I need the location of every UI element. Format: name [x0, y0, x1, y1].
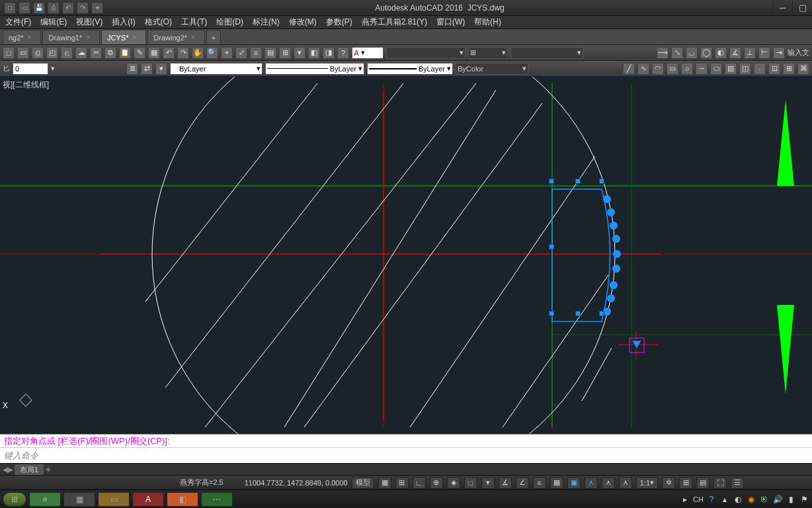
- close-icon[interactable]: ×: [191, 34, 195, 41]
- textstyle-dropdown[interactable]: A▾: [352, 47, 384, 59]
- drawing-canvas[interactable]: 视][二维线框]: [0, 77, 812, 434]
- task-calculator[interactable]: ▦: [63, 492, 95, 507]
- draw-region-icon[interactable]: ◫: [739, 63, 751, 75]
- task-ie[interactable]: e: [29, 492, 61, 507]
- scale-dropdown-icon[interactable]: ▾: [51, 64, 55, 73]
- block-icon[interactable]: ▦: [148, 47, 160, 59]
- osnap-icon[interactable]: □: [464, 477, 477, 489]
- osnap-dd-icon[interactable]: ▾: [481, 477, 495, 489]
- coordinates[interactable]: 11004.7732, 1472.8849, 0.0000: [245, 479, 348, 487]
- draw-rect-icon[interactable]: ▭: [667, 63, 678, 75]
- menu-dim[interactable]: 标注(N): [253, 17, 280, 28]
- draw-10-icon[interactable]: ⊞: [783, 63, 795, 75]
- tray-up-icon[interactable]: ▴: [719, 494, 730, 505]
- qat-undo-icon[interactable]: ↶: [62, 2, 74, 14]
- grip-handle[interactable]: [599, 179, 604, 184]
- sheet-icon[interactable]: ▤: [264, 47, 276, 59]
- qat-print-icon[interactable]: ⎙: [48, 2, 60, 14]
- menu-help[interactable]: 帮助(H): [474, 17, 501, 28]
- menu-modify[interactable]: 修改(M): [289, 17, 317, 28]
- mleader-dropdown[interactable]: ▾: [510, 47, 583, 59]
- plot-icon[interactable]: ⎌: [61, 47, 73, 59]
- dim9-icon[interactable]: ⇥: [773, 47, 785, 59]
- filter-icon[interactable]: ▾: [155, 63, 167, 75]
- paste-icon[interactable]: 📋: [119, 47, 131, 59]
- iso-icon[interactable]: ◈: [447, 477, 460, 489]
- otrack-icon[interactable]: ∠: [516, 477, 529, 489]
- grip-handle[interactable]: [549, 244, 554, 249]
- walk2-icon[interactable]: ⋏: [602, 477, 615, 489]
- tray-help-icon[interactable]: ?: [706, 494, 717, 505]
- ime-indicator[interactable]: CH: [693, 495, 704, 503]
- menu-param[interactable]: 参数(P): [326, 17, 352, 28]
- draw-point-icon[interactable]: ·: [754, 63, 766, 75]
- cycle-icon[interactable]: ▣: [567, 477, 581, 489]
- menu-tools[interactable]: 工具(T): [181, 17, 207, 28]
- dropdown-icon[interactable]: ▾: [294, 47, 305, 59]
- task-explorer[interactable]: ▭: [98, 492, 130, 507]
- zoomext-icon[interactable]: ⤢: [235, 47, 247, 59]
- dimstyle-dropdown[interactable]: ▾: [386, 47, 466, 59]
- menu-draw[interactable]: 绘图(D): [216, 17, 243, 28]
- menu-view[interactable]: 视图(V): [76, 17, 102, 28]
- new-icon[interactable]: □: [3, 47, 15, 59]
- lineweight-dropdown[interactable]: ByLayer▾: [367, 63, 453, 75]
- clean-icon[interactable]: ⛶: [713, 477, 727, 489]
- qat-dropdown-icon[interactable]: ▾: [91, 2, 103, 14]
- calc-icon[interactable]: ⊞: [279, 47, 291, 59]
- task-autocad[interactable]: A: [132, 492, 164, 507]
- layout-tab[interactable]: 布局1: [15, 464, 44, 475]
- menu-insert[interactable]: 插入(I): [112, 17, 135, 28]
- menu-format[interactable]: 格式(O): [145, 17, 172, 28]
- grip-handle[interactable]: [599, 311, 604, 316]
- table-dropdown[interactable]: ⊞▾: [468, 47, 508, 59]
- match-icon[interactable]: ✎: [134, 47, 145, 59]
- tray-2-icon[interactable]: ◉: [746, 494, 756, 505]
- snap-icon[interactable]: ⊞: [395, 477, 409, 489]
- menu-yanxiu[interactable]: 燕秀工具箱2.81(Y): [362, 17, 427, 28]
- layout-add-icon[interactable]: +: [45, 464, 51, 476]
- draw-circle-icon[interactable]: ○: [681, 63, 693, 75]
- tray-vol-icon[interactable]: 🔊: [772, 494, 783, 505]
- polar-icon[interactable]: ⊕: [430, 477, 443, 489]
- command-input[interactable]: 键入命令: [0, 447, 812, 463]
- add-tab-button[interactable]: +: [206, 30, 221, 44]
- redo-icon[interactable]: ↷: [177, 47, 189, 59]
- grid-icon[interactable]: ▦: [378, 477, 391, 489]
- qat-redo-icon[interactable]: ↷: [77, 2, 89, 14]
- dim4-icon[interactable]: ◯: [700, 47, 712, 59]
- close-icon[interactable]: ×: [132, 34, 136, 41]
- tray-1-icon[interactable]: ◐: [733, 494, 743, 505]
- draw-line-icon[interactable]: ╱: [623, 63, 635, 75]
- dim7-icon[interactable]: ⊥: [744, 47, 756, 59]
- draw-ellipse-icon[interactable]: ⬭: [710, 63, 722, 75]
- menu-window[interactable]: 窗口(W): [436, 17, 465, 28]
- draw-11-icon[interactable]: ⌘: [797, 63, 809, 75]
- linetype-dropdown[interactable]: ByLayer▾: [265, 63, 364, 75]
- layout-nav-icon[interactable]: ◂▸: [3, 463, 13, 476]
- grip-handle[interactable]: [575, 311, 581, 316]
- menu-edit[interactable]: 编辑(E): [40, 17, 67, 28]
- tray-net-icon[interactable]: ▮: [786, 494, 796, 505]
- walk1-icon[interactable]: ⋏: [585, 477, 598, 489]
- gear-icon[interactable]: ✲: [662, 477, 675, 489]
- prop-icon[interactable]: ≡: [250, 47, 262, 59]
- ortho-icon[interactable]: ∟: [413, 477, 426, 489]
- maximize-button[interactable]: ▢: [792, 1, 812, 15]
- quickprops-icon[interactable]: ▤: [696, 477, 710, 489]
- start-button[interactable]: ⊞: [3, 492, 26, 507]
- dim2-icon[interactable]: ⤡: [671, 47, 683, 59]
- dim5-icon[interactable]: ◐: [715, 47, 727, 59]
- layer-icon[interactable]: ◧: [308, 47, 320, 59]
- zoom-icon[interactable]: 🔍: [206, 47, 218, 59]
- grip-handle[interactable]: [549, 311, 554, 316]
- transp-icon[interactable]: ▦: [550, 477, 563, 489]
- task-powerpoint[interactable]: ◧: [167, 492, 198, 507]
- draw-hatch-icon[interactable]: ▨: [725, 63, 737, 75]
- layerstate-icon[interactable]: ⇄: [141, 63, 153, 75]
- doc-tab[interactable]: ng2*×: [3, 30, 41, 44]
- scale-input[interactable]: [13, 63, 48, 75]
- qat-new-icon[interactable]: □: [4, 2, 16, 14]
- help-icon[interactable]: ?: [337, 47, 349, 59]
- menu-file[interactable]: 文件(F): [5, 17, 31, 28]
